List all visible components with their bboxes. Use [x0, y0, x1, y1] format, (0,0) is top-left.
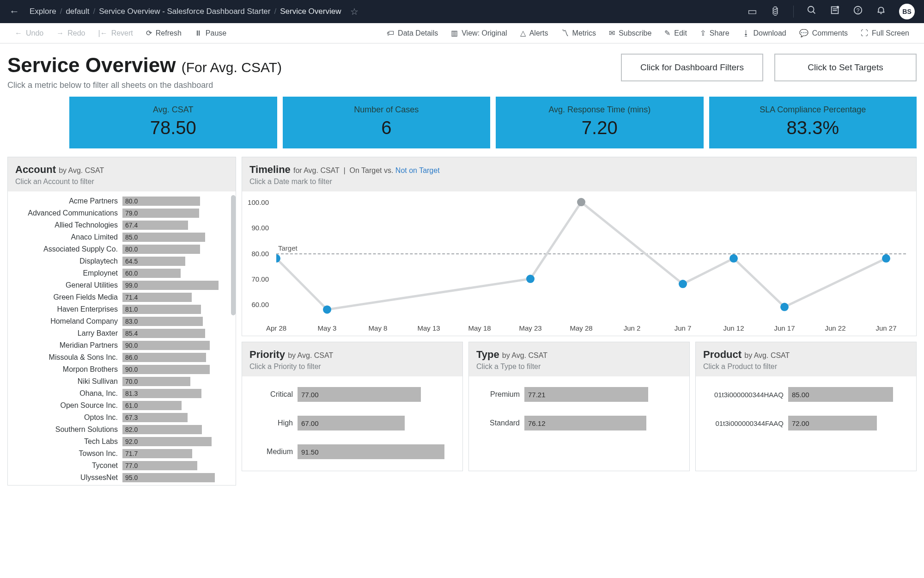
account-row[interactable]: Optos Inc.67.3: [12, 412, 231, 424]
kpi-tile[interactable]: Avg. Response Time (mins)7.20: [496, 97, 704, 148]
breadcrumb-1[interactable]: default: [63, 7, 92, 16]
account-row[interactable]: Meridian Partners90.0: [12, 339, 231, 351]
x-tick: Jun 27: [875, 324, 896, 332]
alerts-button[interactable]: △Alerts: [514, 29, 555, 37]
timeline-point[interactable]: [323, 305, 331, 314]
account-row[interactable]: Missoula & Sons Inc.86.0: [12, 351, 231, 363]
subscribe-button[interactable]: ✉Subscribe: [602, 29, 658, 37]
share-button[interactable]: ⇪Share: [693, 29, 736, 37]
account-row[interactable]: Allied Technologies67.4: [12, 219, 231, 231]
account-row[interactable]: Larry Baxter85.4: [12, 327, 231, 339]
account-row[interactable]: Universal Services52.0: [12, 484, 231, 485]
legend-link[interactable]: Not on Target: [395, 166, 440, 174]
account-row[interactable]: Morpon Brothers90.0: [12, 363, 231, 375]
data-details-button[interactable]: 🏷Data Details: [380, 29, 444, 37]
account-row[interactable]: Displaytech64.5: [12, 255, 231, 267]
kpi-tile[interactable]: SLA Compliance Percentage83.3%: [709, 97, 917, 148]
redo-button[interactable]: → Redo: [50, 29, 91, 37]
pause-button[interactable]: ⏸Pause: [188, 29, 233, 37]
notifications-icon[interactable]: [876, 5, 886, 18]
account-panel: Account by Avg. CSAT Click an Account to…: [7, 157, 236, 486]
timeline-chart[interactable]: Target 60.0070.0080.0090.00100.00Apr 28M…: [242, 191, 916, 336]
account-row[interactable]: Associated Supply Co.80.0: [12, 243, 231, 255]
account-bar: 77.0: [122, 461, 197, 470]
priority-chart[interactable]: Critical77.00High67.00Medium91.50: [242, 376, 462, 471]
account-row[interactable]: Southern Solutions82.0: [12, 424, 231, 436]
timeline-point[interactable]: [679, 280, 687, 288]
refresh-button[interactable]: ⟳Refresh: [140, 29, 188, 37]
search-icon[interactable]: [807, 5, 817, 18]
account-row[interactable]: Haven Enterprises81.0: [12, 303, 231, 315]
account-name: Morpon Brothers: [12, 365, 122, 374]
timeline-point[interactable]: [780, 303, 789, 311]
type-chart[interactable]: Premium77.21Standard76.12: [469, 376, 689, 442]
dashboard-filters-button[interactable]: Click for Dashboard Filters: [621, 54, 763, 81]
panel-sub: by Avg. CSAT: [288, 351, 333, 359]
list-icon[interactable]: [830, 5, 840, 18]
label: View: Original: [462, 29, 507, 37]
breadcrumb-2[interactable]: Service Overview - Salesforce Dashboard …: [96, 7, 273, 16]
set-targets-button[interactable]: Click to Set Targets: [774, 54, 917, 81]
type-panel: Type by Avg. CSAT Click a Type to filter…: [468, 342, 690, 471]
product-chart[interactable]: 01t3i000000344HAAQ85.0001t3i000000344FAA…: [696, 376, 916, 442]
view-button[interactable]: ▥View: Original: [444, 29, 513, 37]
bar-row[interactable]: Critical77.00: [247, 380, 458, 409]
account-row[interactable]: Ohana, Inc.81.3: [12, 387, 231, 400]
metrics-button[interactable]: 〽Metrics: [555, 29, 603, 37]
revert-button[interactable]: |← Revert: [92, 29, 140, 37]
account-row[interactable]: Acme Partners80.0: [12, 195, 231, 207]
account-row[interactable]: Open Source Inc.61.0: [12, 400, 231, 412]
user-avatar[interactable]: BS: [899, 4, 915, 19]
kpi-label: Number of Cases: [283, 105, 491, 115]
favorite-star-icon[interactable]: ☆: [344, 6, 359, 17]
account-row[interactable]: Niki Sullivan70.0: [12, 375, 231, 387]
account-row[interactable]: Tech Labs92.0: [12, 436, 231, 448]
kpi-value: 78.50: [69, 117, 277, 138]
account-row[interactable]: Towson Inc.71.7: [12, 448, 231, 460]
bar-row[interactable]: Medium91.50: [247, 437, 458, 466]
fullscreen-button[interactable]: ⛶Full Screen: [854, 29, 916, 37]
device-preview-icon[interactable]: ▭: [748, 6, 757, 18]
data-source-icon[interactable]: 🛢: [770, 6, 780, 18]
timeline-point[interactable]: [577, 198, 585, 206]
account-row[interactable]: Advanced Communications79.0: [12, 207, 231, 219]
account-row[interactable]: Anaco Limited85.0: [12, 231, 231, 243]
download-button[interactable]: ⭳Download: [736, 29, 793, 37]
help-icon[interactable]: ?: [853, 5, 863, 18]
account-row[interactable]: Tyconet77.0: [12, 460, 231, 472]
kpi-tile[interactable]: Avg. CSAT78.50: [69, 97, 277, 148]
comments-button[interactable]: 💬Comments: [793, 29, 854, 37]
timeline-point[interactable]: [526, 275, 535, 283]
account-row[interactable]: Green Fields Media71.4: [12, 291, 231, 303]
account-name: Green Fields Media: [12, 293, 122, 301]
scrollbar[interactable]: [231, 195, 236, 315]
account-chart[interactable]: Acme Partners80.0Advanced Communications…: [8, 191, 236, 485]
panel-title: Account: [15, 164, 56, 175]
kpi-tile[interactable]: Number of Cases6: [283, 97, 491, 148]
divider: [793, 6, 794, 18]
account-bar: 67.3: [122, 413, 188, 422]
label: Share: [710, 29, 729, 37]
undo-button[interactable]: ← Undo: [8, 29, 50, 37]
timeline-point[interactable]: [882, 254, 890, 263]
kpi-value: 83.3%: [709, 117, 917, 138]
bell-icon: △: [520, 29, 526, 37]
bar-row[interactable]: 01t3i000000344HAAQ85.00: [700, 380, 912, 409]
label: Data Details: [398, 29, 438, 37]
account-row[interactable]: Homeland Company83.0: [12, 315, 231, 327]
account-row[interactable]: Employnet60.0: [12, 267, 231, 279]
bar-row[interactable]: Standard76.12: [474, 409, 685, 437]
bar-row[interactable]: Premium77.21: [474, 380, 685, 409]
account-bar: 71.7: [122, 449, 192, 458]
product-panel: Product by Avg. CSAT Click a Product to …: [695, 342, 917, 471]
timeline-point[interactable]: [729, 254, 738, 263]
account-row[interactable]: General Utilities99.0: [12, 279, 231, 291]
account-row[interactable]: UlyssesNet95.0: [12, 472, 231, 484]
breadcrumb-0[interactable]: Explore: [27, 7, 59, 16]
account-bar: 80.0: [122, 197, 200, 206]
bar-row[interactable]: High67.00: [247, 409, 458, 437]
back-arrow-icon[interactable]: ←: [9, 6, 27, 18]
bar-row[interactable]: 01t3i000000344FAAQ72.00: [700, 409, 912, 437]
edit-button[interactable]: ✎Edit: [658, 29, 693, 37]
y-tick: 60.00: [251, 301, 269, 308]
